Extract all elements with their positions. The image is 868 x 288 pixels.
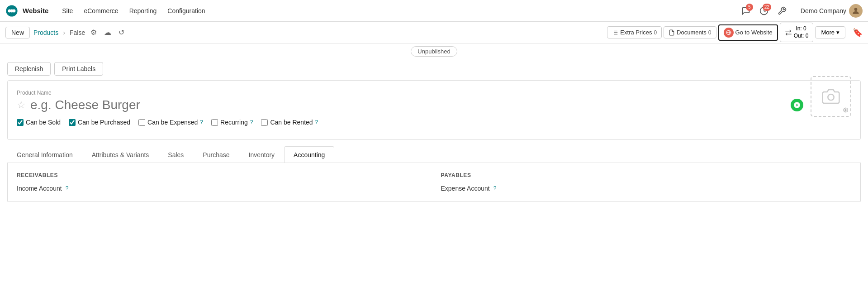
extra-prices-count: 0: [654, 29, 657, 36]
bookmark-icon[interactable]: 🔖: [853, 28, 863, 38]
breadcrumb-products[interactable]: Products: [33, 29, 58, 36]
tab-attributes-variants[interactable]: Attributes & Variants: [82, 146, 159, 163]
go-to-website-button[interactable]: Go to Website: [718, 24, 778, 41]
product-options-checkboxes: Can be Sold Can be Purchased Can be Expe…: [17, 119, 803, 126]
nav-configuration[interactable]: Configuration: [163, 5, 209, 17]
chat-icon-button[interactable]: 5: [739, 4, 753, 18]
documents-count: 0: [708, 29, 711, 36]
extra-prices-label: Extra Prices: [620, 29, 652, 36]
out-count: Out: 0: [794, 33, 809, 40]
user-avatar[interactable]: [849, 4, 863, 18]
documents-button[interactable]: Documents 0: [664, 26, 716, 38]
product-image-placeholder[interactable]: ⊕: [811, 76, 851, 117]
income-account-help-icon[interactable]: ?: [66, 185, 69, 192]
can-be-rented-checkbox[interactable]: Can be Rented ?: [261, 119, 318, 126]
product-name-input[interactable]: [30, 98, 786, 112]
svg-point-3: [12, 9, 15, 12]
company-selector[interactable]: Demo Company: [801, 4, 863, 18]
upload-icon[interactable]: ☁: [102, 27, 113, 38]
accounting-tab-content: RECEIVABLES Income Account ? PAYABLES Ex…: [7, 163, 861, 202]
grammarly-icon: [791, 99, 803, 111]
extra-prices-button[interactable]: Extra Prices 0: [607, 26, 662, 38]
more-chevron-icon: ▾: [836, 29, 840, 36]
rented-help-icon[interactable]: ?: [315, 119, 318, 125]
in-out-button[interactable]: In: 0 Out: 0: [780, 23, 814, 42]
arrows-icon: [785, 29, 792, 36]
clock-badge: 22: [763, 4, 771, 11]
expensed-help-icon[interactable]: ?: [200, 119, 203, 125]
nav-separator: [795, 5, 795, 17]
clock-icon-button[interactable]: 22: [757, 4, 771, 18]
favorite-star-icon[interactable]: ☆: [17, 99, 26, 111]
payables-section: PAYABLES Expense Account ?: [441, 172, 852, 192]
product-tabs: General Information Attributes & Variant…: [7, 146, 861, 163]
recurring-help-icon[interactable]: ?: [250, 119, 253, 125]
replenish-button[interactable]: Replenish: [7, 62, 51, 76]
more-button[interactable]: More ▾: [815, 26, 845, 38]
expense-account-help-icon[interactable]: ?: [493, 185, 497, 192]
tab-inventory[interactable]: Inventory: [239, 146, 285, 163]
print-labels-button[interactable]: Print Labels: [54, 62, 103, 76]
globe-icon: [724, 28, 734, 38]
chat-badge: 5: [746, 4, 753, 11]
income-account-label: Income Account: [17, 185, 62, 192]
nav-reporting[interactable]: Reporting: [125, 5, 161, 17]
tab-purchase[interactable]: Purchase: [193, 146, 239, 163]
status-badge[interactable]: Unpublished: [411, 46, 457, 57]
payables-title: PAYABLES: [441, 172, 852, 178]
in-count: In: 0: [794, 25, 809, 33]
can-be-purchased-checkbox[interactable]: Can be Purchased: [69, 119, 130, 126]
company-name: Demo Company: [801, 7, 846, 14]
settings-icon[interactable]: ⚙: [89, 27, 99, 38]
nav-site[interactable]: Site: [57, 5, 77, 17]
tab-general-information[interactable]: General Information: [7, 146, 82, 163]
undo-icon[interactable]: ↺: [117, 27, 126, 38]
document-icon: [669, 29, 675, 36]
product-name-label: Product Name: [17, 90, 803, 96]
go-to-website-label: Go to Website: [735, 29, 773, 36]
app-name: Website: [23, 7, 48, 14]
receivables-title: RECEIVABLES: [17, 172, 427, 178]
new-button[interactable]: New: [5, 27, 30, 38]
wrench-icon-button[interactable]: [775, 4, 789, 18]
product-form-card: Product Name ☆ Can be Sold Can be Purcha…: [7, 80, 861, 140]
nav-ecommerce[interactable]: eCommerce: [79, 5, 123, 17]
tab-sales[interactable]: Sales: [158, 146, 193, 163]
can-be-expensed-checkbox[interactable]: Can be Expensed ?: [138, 119, 203, 126]
documents-label: Documents: [677, 29, 707, 36]
status-area: Unpublished: [0, 43, 868, 58]
receivables-section: RECEIVABLES Income Account ?: [17, 172, 427, 192]
recurring-checkbox[interactable]: Recurring ?: [211, 119, 253, 126]
record-toolbar: New Products › False ⚙ ☁ ↺ Extra Prices …: [0, 22, 868, 43]
breadcrumb-current: False: [70, 29, 85, 36]
expense-account-label: Expense Account: [441, 185, 490, 192]
tab-accounting[interactable]: Accounting: [284, 146, 334, 163]
svg-point-16: [828, 94, 834, 100]
list-icon: [612, 29, 618, 36]
more-label: More: [821, 29, 835, 36]
add-photo-icon: ⊕: [843, 106, 849, 114]
action-buttons-row: Replenish Print Labels: [0, 58, 868, 80]
svg-point-5: [854, 8, 858, 11]
top-navigation: Website Site eCommerce Reporting Configu…: [0, 0, 868, 22]
odoo-logo[interactable]: [5, 5, 18, 17]
can-be-sold-checkbox[interactable]: Can be Sold: [17, 119, 61, 126]
